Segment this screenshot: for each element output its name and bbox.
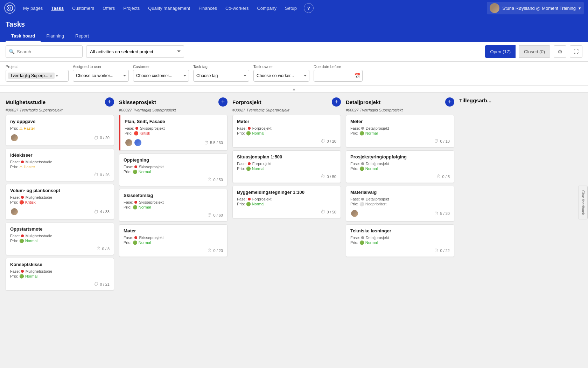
task-hours: ⏱ 0 / 22 xyxy=(434,248,450,253)
customer-filter-select[interactable]: Choose customer... xyxy=(133,70,189,82)
task-footer: ⏱ 0 / 20 xyxy=(124,248,223,253)
nav-quality-management[interactable]: Quality management xyxy=(145,4,194,12)
project-filter-input[interactable]: Tverrfaglig Superp... × ▾ xyxy=(6,70,69,82)
task-footer: ⏱ 5 / 30 xyxy=(350,209,450,218)
search-input[interactable] xyxy=(17,49,79,54)
task-meta-prio: Prio: 🟢 Normal xyxy=(124,240,223,245)
task-hours: ⏱ 0 / 5 xyxy=(436,174,450,179)
task-meta-prio: Prio: ⚠ Haster xyxy=(10,126,110,131)
due-date-input[interactable] xyxy=(316,73,354,78)
add-card-mulighetsstudie[interactable]: + xyxy=(105,97,114,107)
task-hours: ⏱ 0 / 50 xyxy=(207,177,223,182)
task-hours: ⏱ 5 / 30 xyxy=(434,211,450,216)
task-card-title: Plan, Snitt, Fasade xyxy=(125,119,223,124)
task-card[interactable]: Idéskisser Fase: Mulighetsstudie Prio: ⚠… xyxy=(6,149,114,181)
task-card[interactable]: Møter Fase: Skisseprosjekt Prio: 🟢 Norma… xyxy=(119,224,227,257)
help-button[interactable]: ? xyxy=(304,3,314,13)
activity-filter-select[interactable]: All activities on selected project My ac… xyxy=(86,45,184,58)
task-card[interactable]: ny oppgave Prio: ⚠ Haster ⏱ 0 / 20 xyxy=(6,115,114,146)
add-card-skisseprosjekt[interactable]: + xyxy=(218,97,227,107)
task-hours: ⏱ 0 / 8 xyxy=(96,246,110,251)
task-hours: ⏱ 0 / 21 xyxy=(94,281,110,287)
column-title-detaljprosjekt: Detaljprosjekt xyxy=(346,99,380,105)
nav-projects[interactable]: Projects xyxy=(120,4,143,12)
task-meta-fase: Fase: Detaljprosjekt xyxy=(350,197,450,201)
task-card[interactable]: Møter Fase: Detaljprosjekt Prio: 🟢 Norma… xyxy=(346,115,454,148)
task-footer: ⏱ 0 / 20 xyxy=(237,138,336,144)
task-meta-prio: Prio: 🟢 Normal xyxy=(124,205,223,210)
nav-offers[interactable]: Offers xyxy=(99,4,118,12)
task-footer: ⏱ 0 / 26 xyxy=(10,172,110,177)
add-card-forprosjekt[interactable]: + xyxy=(332,97,341,107)
nav-setup[interactable]: Setup xyxy=(281,4,300,12)
nav-company[interactable]: Company xyxy=(253,4,280,12)
task-meta-prio: Prio: 🟢 Normal xyxy=(124,170,223,174)
task-meta-prio: Prio: 🟢 Normal xyxy=(237,166,336,171)
column-subtitle-skisseprosjekt: #00027 Tverrfaglig Superprosjekt xyxy=(119,108,227,112)
task-card[interactable]: Møter Fase: Forprosjekt Prio: 🟢 Normal ⏱… xyxy=(232,115,341,148)
user-menu[interactable]: Sturla Røysland @ Moment Training ▾ xyxy=(487,2,584,14)
project-tag-close[interactable]: × xyxy=(50,73,52,78)
task-tag-filter-select[interactable]: Choose tag xyxy=(193,70,249,82)
nav-my-pages[interactable]: My pages xyxy=(20,4,46,12)
expand-icon: ⛶ xyxy=(574,49,579,54)
task-footer: ⏱ 0 / 60 xyxy=(124,212,223,218)
task-card[interactable]: Plan, Snitt, Fasade Fase: Skisseprosjekt… xyxy=(119,115,227,151)
feedback-tab[interactable]: Give feedback xyxy=(579,185,588,219)
customer-filter-label: Customer xyxy=(133,64,189,69)
task-card[interactable]: Situasjonsplan 1:500 Fase: Forprosjekt P… xyxy=(232,150,341,183)
due-date-filter-label: Due date before xyxy=(314,64,363,69)
column-header-mulighetsstudie: Mulighetsstudie + xyxy=(6,97,114,107)
task-hours: ⏱ 0 / 20 xyxy=(207,248,223,253)
app-logo[interactable] xyxy=(4,2,15,14)
task-card[interactable]: Oppstartsmøte Fase: Mulighetsstudie Prio… xyxy=(6,223,114,255)
task-owner-filter-label: Task owner xyxy=(253,64,309,69)
task-card[interactable]: Byggemeldingstegninger 1:100 Fase: Forpr… xyxy=(232,186,341,218)
task-card[interactable]: Tekniske løsninger Fase: Detaljprosjekt … xyxy=(346,224,454,257)
page-header: Tasks Task board Planning Report xyxy=(0,16,588,42)
assigned-filter-select[interactable]: Choose co-worker... xyxy=(73,70,129,82)
task-owner-filter-select[interactable]: Choose co-worker... xyxy=(253,70,309,82)
open-tasks-button[interactable]: Open (17) xyxy=(485,45,516,58)
nav-tasks[interactable]: Tasks xyxy=(48,4,67,12)
filters-row: Project Tverrfaglig Superp... × ▾ Assign… xyxy=(0,62,588,86)
task-meta-fase: Fase: Skisseprosjekt xyxy=(124,200,223,204)
task-card[interactable]: Prosjekstyring/oppfølging Fase: Detaljpr… xyxy=(346,150,454,183)
user-name-label: Sturla Røysland @ Moment Training xyxy=(502,6,576,11)
task-footer: ⏱ 0 / 5 xyxy=(350,174,450,179)
task-footer: ⏱ 0 / 50 xyxy=(237,174,336,179)
tab-planning[interactable]: Planning xyxy=(41,31,70,42)
task-card-title: Materialvalg xyxy=(350,190,450,195)
task-card[interactable]: Opptegning Fase: Skisseprosjekt Prio: 🟢 … xyxy=(119,154,227,186)
task-meta-fase: Fase: Mulighetsstudie xyxy=(10,269,110,273)
tab-task-board[interactable]: Task board xyxy=(6,31,41,42)
task-card[interactable]: Konseptskisse Fase: Mulighetsstudie Prio… xyxy=(6,258,114,291)
calendar-icon: 📅 xyxy=(354,73,360,79)
nav-customers[interactable]: Customers xyxy=(69,4,98,12)
task-card[interactable]: Volum- og plankonsept Fase: Mulighetsstu… xyxy=(6,184,114,220)
closed-tasks-button[interactable]: Closed (0) xyxy=(519,45,550,58)
task-card[interactable]: Skisseforslag Fase: Skisseprosjekt Prio:… xyxy=(119,189,227,222)
task-card-title: Oppstartsmøte xyxy=(10,226,110,232)
task-card-title: Byggemeldingstegninger 1:100 xyxy=(237,190,336,195)
settings-button[interactable]: ⚙ xyxy=(554,45,566,58)
tab-report[interactable]: Report xyxy=(70,31,94,42)
nav-finances[interactable]: Finances xyxy=(195,4,220,12)
add-card-detaljprosjekt[interactable]: + xyxy=(445,97,454,107)
nav-co-workers[interactable]: Co-workers xyxy=(222,4,252,12)
due-date-filter: Due date before 📅 xyxy=(314,64,363,82)
task-meta-fase: Fase: Skisseprosjekt xyxy=(124,165,223,169)
task-footer: ⏱ 0 / 21 xyxy=(10,281,110,287)
project-tag-value: Tverrfaglig Superp... xyxy=(10,73,48,78)
task-hours: ⏱ 0 / 26 xyxy=(94,172,110,177)
task-meta-prio: Prio: ⚪ Nedprioritert xyxy=(350,202,450,206)
task-footer: ⏱ 0 / 8 xyxy=(10,246,110,251)
task-card[interactable]: Materialvalg Fase: Detaljprosjekt Prio: … xyxy=(346,186,454,222)
task-meta-fase: Fase: Mulighetsstudie xyxy=(10,234,110,238)
expand-button[interactable]: ⛶ xyxy=(570,45,582,58)
search-icon: 🔍 xyxy=(9,49,15,54)
column-skisseprosjekt: Skisseprosjekt + #00027 Tverrfaglig Supe… xyxy=(119,97,227,260)
due-date-input-wrap[interactable]: 📅 xyxy=(314,70,363,82)
task-meta-fase: Fase: Skisseprosjekt xyxy=(124,236,223,240)
task-card-title: Konseptskisse xyxy=(10,262,110,267)
